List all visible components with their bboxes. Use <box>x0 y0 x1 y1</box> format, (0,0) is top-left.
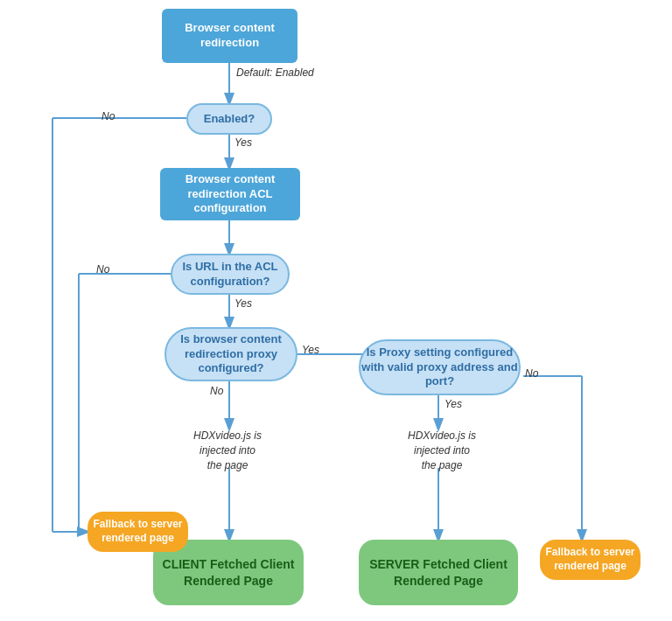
url-acl-yes-label: Yes <box>234 297 252 310</box>
flowchart-diagram: Browser contentredirection Default: Enab… <box>0 0 672 621</box>
fallback-right-node: Fallback to serverrendered page <box>540 540 640 580</box>
enabled-no-label: No <box>102 110 115 122</box>
default-enabled-label: Default: Enabled <box>236 66 314 79</box>
url-acl-no-label: No <box>96 263 109 276</box>
proxy-yes-label: Yes <box>302 344 319 356</box>
proxy-configured-node: Is browser contentredirection proxyconfi… <box>164 327 298 381</box>
hdx-right-label: HDXvideo.js isinjected intothe page <box>398 429 486 472</box>
enabled-yes-label: Yes <box>234 136 252 149</box>
hdx-left-label: HDXvideo.js isinjected intothe page <box>184 429 271 472</box>
proxy-valid-yes-label: Yes <box>444 398 462 410</box>
proxy-valid-no-label: No <box>525 367 538 380</box>
server-page-node: SERVER Fetched ClientRendered Page <box>359 540 518 605</box>
proxy-valid-node: Is Proxy setting configuredwith valid pr… <box>359 339 521 395</box>
acl-config-node: Browser contentredirection ACLconfigurat… <box>160 168 300 220</box>
proxy-no-label: No <box>210 385 223 397</box>
enabled-node: Enabled? <box>186 103 272 135</box>
fallback-left-node: Fallback to serverrendered page <box>88 512 188 552</box>
start-node: Browser contentredirection <box>162 9 298 63</box>
url-acl-node: Is URL in the ACLconfiguration? <box>171 254 290 295</box>
